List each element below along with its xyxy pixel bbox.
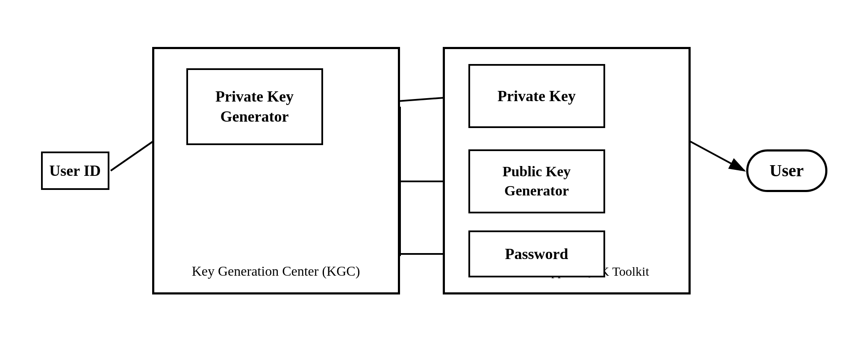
public-key-gen-label: Public KeyGenerator	[503, 162, 571, 200]
password-label: Password	[505, 245, 568, 263]
user-id-label: User ID	[49, 162, 100, 180]
kgc-label: Key Generation Center (KGC)	[154, 262, 398, 280]
pkg-label: Private KeyGenerator	[215, 87, 294, 127]
private-key-box: Private Key	[468, 64, 605, 128]
public-key-gen-box: Public KeyGenerator	[468, 149, 605, 213]
arrows-svg	[28, 21, 840, 320]
password-box: Password	[468, 230, 605, 277]
diagram: User ID Key Generation Center (KGC) Priv…	[28, 21, 840, 320]
user-label: User	[770, 160, 804, 181]
user-id-box: User ID	[41, 152, 109, 190]
pkg-box: Private KeyGenerator	[186, 68, 323, 145]
user-oval: User	[746, 149, 827, 192]
private-key-label: Private Key	[497, 87, 576, 105]
